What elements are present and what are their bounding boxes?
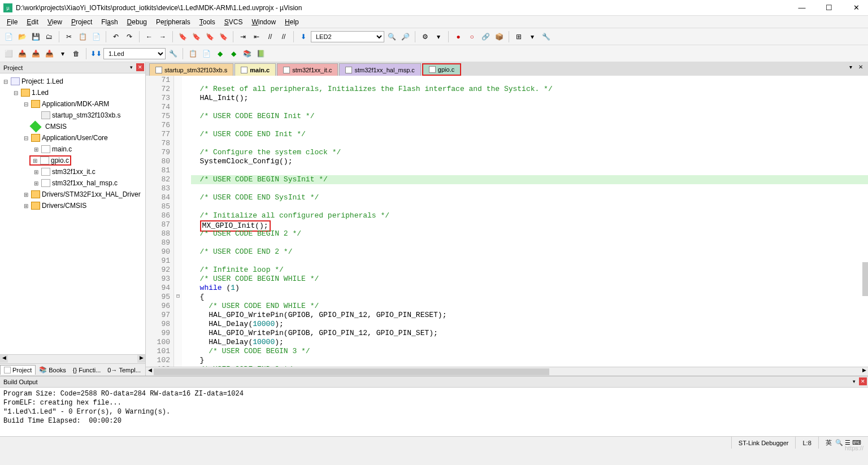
maximize-button[interactable]: ☐: [821, 3, 837, 12]
window-layout-dropdown-icon[interactable]: ▾: [526, 31, 539, 43]
bookmark-prev-icon[interactable]: 🔖: [190, 31, 202, 43]
debug-config-icon[interactable]: ⚙: [419, 31, 431, 43]
tree-node-it-c[interactable]: ⊞ stm32f1xx_it.c: [1, 166, 144, 177]
options-icon[interactable]: 🔧: [167, 47, 179, 60]
tree-node-cmsis[interactable]: CMSIS: [1, 121, 144, 132]
build-target-icon[interactable]: 📥: [16, 47, 28, 60]
menu-tools[interactable]: Tools: [195, 17, 220, 27]
rebuild-icon[interactable]: 📥: [29, 47, 42, 60]
window-layout-icon[interactable]: ⊞: [513, 31, 525, 43]
save-icon[interactable]: 💾: [29, 31, 42, 43]
debug-dropdown-icon[interactable]: ▾: [432, 31, 445, 43]
tab-project[interactable]: Project: [0, 365, 36, 375]
indent-icon[interactable]: ⇥: [237, 31, 249, 43]
minimize-button[interactable]: —: [793, 3, 810, 12]
open-file-icon[interactable]: 📂: [16, 31, 28, 43]
scroll-left-icon[interactable]: ◀: [146, 367, 154, 375]
menu-debug[interactable]: Debug: [123, 17, 151, 27]
pack-icon[interactable]: 📦: [493, 31, 505, 43]
undo-icon[interactable]: ↶: [110, 31, 122, 43]
tree-scrollbar-h[interactable]: ◀ ▶: [0, 354, 145, 363]
project-select[interactable]: 1.Led: [103, 48, 166, 59]
tab-books[interactable]: 📚Books: [36, 365, 70, 375]
nav-forward-icon[interactable]: →: [157, 31, 169, 43]
tab-templates[interactable]: 0→Templ...: [104, 366, 144, 375]
manage-icon[interactable]: 📋: [186, 47, 199, 60]
rte-icon[interactable]: ◆: [227, 47, 240, 60]
clean-icon[interactable]: 🗑: [70, 47, 83, 60]
tree-node-halmsp-c[interactable]: ⊞ stm32f1xx_hal_msp.c: [1, 177, 144, 189]
outdent-icon[interactable]: ⇤: [250, 31, 263, 43]
tab-functions[interactable]: {}Functi...: [70, 366, 104, 375]
scroll-right-icon[interactable]: ▶: [860, 367, 868, 375]
code-content[interactable]: /* Reset of all peripherals, Initializes…: [182, 76, 868, 367]
pack-inst-icon[interactable]: ◆: [214, 47, 226, 60]
link-icon[interactable]: 🔗: [479, 31, 492, 43]
panel-dropdown-icon[interactable]: ▾: [127, 63, 135, 71]
code-editor[interactable]: 7172737475767778798081828384858687888990…: [146, 76, 868, 367]
tree-node-app-user-core[interactable]: ⊟ Application/User/Core: [1, 132, 144, 144]
tab-close-icon[interactable]: ✕: [857, 64, 865, 72]
help-icon[interactable]: 📗: [254, 47, 267, 60]
tree-node-target[interactable]: ⊟ 1.Led: [1, 87, 144, 98]
tree-node-drivers-cmsis[interactable]: ⊞ Drivers/CMSIS: [1, 200, 144, 211]
bookmark-icon[interactable]: 🔖: [176, 31, 189, 43]
tree-node-app-mdk[interactable]: ⊟ Application/MDK-ARM: [1, 98, 144, 110]
vertical-scrollbar[interactable]: [862, 262, 868, 296]
cut-icon[interactable]: ✂: [63, 31, 75, 43]
close-button[interactable]: ✕: [848, 3, 865, 12]
tree-node-gpio-c[interactable]: ⊞ gpio.c: [1, 155, 144, 166]
tab-main-c[interactable]: main.c: [235, 63, 276, 76]
build-output-text[interactable]: Program Size: Code=2588 RO-data=284 RW-d…: [0, 388, 868, 436]
scroll-thumb[interactable]: [154, 368, 549, 375]
menu-help[interactable]: Help: [280, 17, 303, 27]
batch-build-icon[interactable]: 📥: [43, 47, 55, 60]
tab-it-c[interactable]: stm32f1xx_it.c: [277, 63, 338, 76]
scroll-right-icon[interactable]: ▶: [137, 355, 145, 363]
file-ext-icon[interactable]: 📄: [200, 47, 212, 60]
menu-edit[interactable]: Edit: [22, 17, 43, 27]
stop-icon[interactable]: ○: [466, 31, 478, 43]
fold-column[interactable]: ⊟: [174, 76, 182, 367]
project-tree[interactable]: ⊟ Project: 1.Led ⊟ 1.Led ⊟ Application/M…: [0, 73, 145, 354]
tree-root[interactable]: ⊟ Project: 1.Led: [1, 76, 144, 87]
find-icon[interactable]: 🔍: [385, 31, 398, 43]
tab-dropdown-icon[interactable]: ▾: [847, 64, 854, 72]
tab-gpio-c[interactable]: gpio.c: [422, 63, 461, 76]
books-icon[interactable]: 📚: [241, 47, 253, 60]
panel-close-icon[interactable]: ✕: [136, 63, 144, 71]
menu-view[interactable]: View: [43, 17, 67, 27]
panel-close-icon[interactable]: ✕: [859, 377, 867, 385]
editor-scrollbar-h[interactable]: ◀ ▶: [146, 367, 868, 376]
build-icon[interactable]: ⬜: [2, 47, 15, 60]
record-icon[interactable]: ●: [452, 31, 465, 43]
tab-halmsp-c[interactable]: stm32f1xx_hal_msp.c: [339, 63, 420, 76]
tree-node-drivers-hal[interactable]: ⊞ Drivers/STM32F1xx_HAL_Driver: [1, 189, 144, 200]
nav-back-icon[interactable]: ←: [143, 31, 155, 43]
scroll-left-icon[interactable]: ◀: [0, 355, 8, 363]
new-file-icon[interactable]: 📄: [2, 31, 15, 43]
menu-window[interactable]: Window: [247, 17, 280, 27]
tree-node-main-c[interactable]: ⊞ main.c: [1, 144, 144, 155]
target-icon[interactable]: ⬇: [297, 31, 310, 43]
bookmark-next-icon[interactable]: 🔖: [203, 31, 216, 43]
tree-node-startup-s[interactable]: startup_stm32f103xb.s: [1, 110, 144, 121]
find-in-files-icon[interactable]: 🔎: [399, 31, 411, 43]
uncomment-icon[interactable]: //: [277, 31, 290, 43]
save-all-icon[interactable]: 🗂: [43, 31, 55, 43]
menu-project[interactable]: Project: [67, 17, 97, 27]
target-select[interactable]: LED2: [311, 31, 384, 42]
menu-file[interactable]: File: [2, 17, 22, 27]
paste-icon[interactable]: 📄: [90, 31, 102, 43]
panel-dropdown-icon[interactable]: ▾: [850, 377, 858, 385]
bookmark-clear-icon[interactable]: 🔖: [217, 31, 229, 43]
stop-build-dropdown-icon[interactable]: ▾: [57, 47, 69, 60]
download-icon[interactable]: ⬇⬇: [90, 47, 102, 60]
comment-icon[interactable]: //: [264, 31, 276, 43]
menu-peripherals[interactable]: Peripherals: [151, 17, 195, 27]
menu-flash[interactable]: Flash: [97, 17, 122, 27]
copy-icon[interactable]: 📋: [76, 31, 89, 43]
redo-icon[interactable]: ↷: [123, 31, 136, 43]
menu-svcs[interactable]: SVCS: [220, 17, 248, 27]
tools-icon[interactable]: 🔧: [540, 31, 552, 43]
